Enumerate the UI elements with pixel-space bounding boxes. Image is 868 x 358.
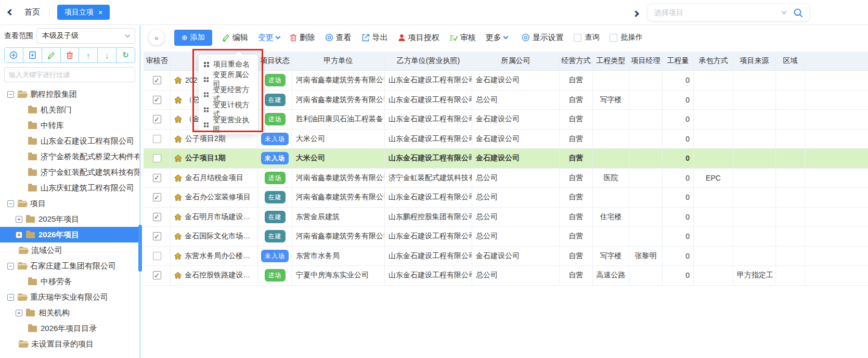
tree-move-up-button[interactable]: ↑ xyxy=(79,48,98,62)
project-name-cell[interactable]: 金石明月市场建设项目 xyxy=(171,208,258,227)
manager-cell: 张黎明 xyxy=(629,247,663,266)
tree-item[interactable]: − 鹏程控股集团 xyxy=(0,86,139,102)
scope-select[interactable]: 本级及子级 xyxy=(36,28,135,44)
tree-expander-icon[interactable]: + xyxy=(16,232,22,238)
tree-expander-icon[interactable]: + xyxy=(16,310,22,316)
tree-item[interactable]: 2026年项目目录 xyxy=(0,321,139,336)
more-dropdown-button[interactable]: 更多 xyxy=(486,33,508,43)
tree-move-down-button[interactable]: ↓ xyxy=(98,48,116,62)
tree-item[interactable]: + 相关机构 xyxy=(0,305,139,321)
tree-expander-icon[interactable]: − xyxy=(7,294,14,301)
column-header[interactable]: 甲方单位 xyxy=(292,52,385,70)
chevron-down-icon[interactable] xyxy=(782,9,787,15)
tree-item[interactable]: − 重庆瑞华实业有限公司 xyxy=(0,289,139,305)
project-name-cell[interactable]: 金石国际文化市场建设 xyxy=(171,227,258,246)
tree-refresh-button[interactable]: ↻ xyxy=(116,48,135,62)
delete-button[interactable]: 删除 xyxy=(290,33,315,43)
table-row[interactable]: 金石办公室装修项目 在建 河南省鑫泰建筑劳务有限公司 山东金石建设工程有限公司 … xyxy=(144,188,868,208)
breadcrumb-home[interactable]: 首页 xyxy=(24,7,40,17)
tree-item[interactable]: 中转库 xyxy=(0,118,139,133)
column-header[interactable]: 区域 xyxy=(776,52,805,70)
column-header[interactable]: 项目经理 xyxy=(629,52,663,70)
table-row[interactable]: 东营水务局办公楼改建 未入场 东营市水务局 山东金石建设工程有限公司 金石建设公… xyxy=(144,247,868,266)
batch-checkbox[interactable] xyxy=(610,34,617,42)
column-header[interactable]: 承包方式 xyxy=(694,52,733,70)
column-header[interactable]: 乙方单位(营业执照) xyxy=(385,52,472,70)
change-menu-item[interactable]: 变更营业执照 xyxy=(199,117,258,132)
tab-project-initiation[interactable]: 项目立项 × xyxy=(57,5,110,20)
column-header[interactable]: 工程类型 xyxy=(593,52,629,70)
table-row[interactable]: 公子项目1期 未入场 大米公司 山东金石建设工程有限公司 金石建设公司 自营 0 xyxy=(144,149,868,169)
query-checkbox[interactable] xyxy=(574,34,581,42)
column-header[interactable]: 项目来源 xyxy=(733,52,776,70)
project-source-cell xyxy=(733,227,776,246)
tree-expander-icon[interactable]: − xyxy=(7,263,14,270)
tree-expander-icon[interactable]: − xyxy=(7,200,14,207)
collapse-sidebar-button[interactable]: « xyxy=(149,30,164,45)
audit-checkbox[interactable] xyxy=(153,115,161,123)
query-toggle[interactable]: 查询 xyxy=(574,33,600,42)
audit-button[interactable]: 审核 xyxy=(449,33,476,43)
audit-checkbox[interactable] xyxy=(153,252,161,260)
project-select-input[interactable] xyxy=(654,8,782,17)
export-button[interactable]: 导出 xyxy=(361,33,388,43)
audit-checkbox[interactable] xyxy=(153,174,161,182)
tree-expander-icon[interactable]: − xyxy=(7,91,14,98)
audit-checkbox[interactable] xyxy=(153,193,161,201)
tree-edit-button[interactable] xyxy=(42,48,61,62)
project-name-cell[interactable]: 金石办公室装修项目 xyxy=(171,188,258,207)
audit-checkbox[interactable] xyxy=(153,271,161,279)
audit-checkbox[interactable] xyxy=(153,232,161,240)
edit-button[interactable]: 编辑 xyxy=(222,33,248,43)
display-settings-button[interactable]: 显示设置 xyxy=(522,33,564,43)
add-button[interactable]: ⊕ 添加 xyxy=(174,30,212,46)
column-header[interactable]: 审核否 xyxy=(144,52,171,70)
tree-add-child-button[interactable] xyxy=(23,48,42,62)
audit-checkbox[interactable] xyxy=(153,213,161,221)
tree-item[interactable]: + 2025年项目 xyxy=(0,211,139,227)
column-header[interactable]: 经营方式 xyxy=(560,52,593,70)
back-chevron-icon[interactable] xyxy=(7,9,14,16)
audit-checkbox[interactable] xyxy=(153,76,161,84)
table-row[interactable]: 金石控股铁路建设有… 进场 宁夏中房海东实业公司 山东金石建设工程有限公司 总公… xyxy=(144,266,868,286)
tree-expander-icon[interactable]: + xyxy=(16,216,22,223)
tree-item[interactable]: 山东庆虹建筑工程有限公司 xyxy=(0,180,139,196)
tree-delete-button[interactable] xyxy=(61,48,80,62)
tree-item[interactable]: − 项目 xyxy=(0,196,139,211)
table-row[interactable]: 金石明月市场建设项目 在建 东营金辰建筑 山东鹏程控股集团有限公司 总公司 自营… xyxy=(144,208,868,227)
tree-item[interactable]: 济宁金桥装配式桥梁大构件有限公司 xyxy=(0,149,139,164)
tree-item[interactable]: 济宁金虹装配式建筑科技有限公司 xyxy=(0,164,139,180)
tree-item[interactable]: 机关部门 xyxy=(0,102,139,118)
project-select-box[interactable] xyxy=(647,4,810,21)
audit-checkbox[interactable] xyxy=(153,96,161,104)
table-row[interactable]: 金石国际文化市场建设 在建 河南省鑫泰建筑劳务有限公司 山东金石建设工程有限公司… xyxy=(144,227,868,247)
table-row[interactable]: 金石月结税金项目 进场 河南省鑫泰建筑劳务有限公司 济宁金虹装配式建筑科技有限公… xyxy=(144,169,868,188)
folder-icon xyxy=(26,232,35,238)
tree-add-button[interactable] xyxy=(5,48,23,62)
sidebar-scrollbar-thumb[interactable] xyxy=(138,225,142,272)
tree-item[interactable]: 流域公司 xyxy=(0,242,139,258)
view-button[interactable]: 查看 xyxy=(325,33,352,43)
project-name-cell[interactable]: 公子项目1期 xyxy=(171,149,258,168)
column-header[interactable]: 工程量 xyxy=(663,52,694,70)
project-name-cell[interactable]: 东营水务局办公楼改建 xyxy=(171,247,258,266)
batch-toggle[interactable]: 批操作 xyxy=(610,33,643,42)
tree-item[interactable]: − 石家庄建工集团有限公司 xyxy=(0,258,139,274)
column-header[interactable]: 项目状态 xyxy=(258,52,292,70)
tab-close-icon[interactable]: × xyxy=(98,9,102,16)
tree-item[interactable]: 未设置目录的项目 xyxy=(0,336,139,352)
tree-filter-input[interactable] xyxy=(4,67,135,82)
project-name-cell[interactable]: 金石控股铁路建设有… xyxy=(171,266,258,285)
project-authorize-button[interactable]: 项目授权 xyxy=(398,33,439,43)
tree-item[interactable]: 中移劳务 xyxy=(0,274,139,289)
scope-value: 本级及子级 xyxy=(42,31,79,41)
change-dropdown-button[interactable]: 变更 xyxy=(258,33,280,43)
audit-checkbox[interactable] xyxy=(153,135,161,143)
tree-item[interactable]: + 2026年项目 xyxy=(0,227,139,242)
search-icon[interactable] xyxy=(793,8,803,18)
project-name-cell[interactable]: 金石月结税金项目 xyxy=(171,169,258,188)
tree-item[interactable]: 山东金石建设工程有限公司 xyxy=(0,133,139,149)
audit-checkbox[interactable] xyxy=(153,154,161,162)
forward-chevron-icon[interactable] xyxy=(632,10,639,17)
column-header[interactable]: 所属公司 xyxy=(472,52,560,70)
